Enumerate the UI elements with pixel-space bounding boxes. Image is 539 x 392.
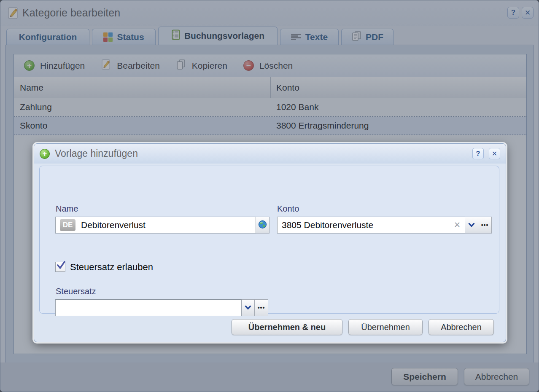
close-icon: ✕	[492, 150, 497, 158]
apply-and-new-button[interactable]: Übernehmen & neu	[232, 319, 342, 335]
apply-button[interactable]: Übernehmen	[348, 319, 423, 335]
konto-browse-button[interactable]: •••	[478, 217, 492, 234]
checkmark-icon	[57, 261, 67, 270]
translate-button[interactable]	[256, 217, 270, 234]
steuersatz-erlauben-checkbox[interactable]	[55, 262, 65, 272]
dialog-cancel-label: Abbrechen	[441, 322, 482, 332]
name-input-value: Debitorenverlust	[81, 220, 146, 230]
steuersatz-dropdown-button[interactable]	[241, 299, 255, 316]
chevron-down-icon	[245, 304, 251, 311]
name-input[interactable]: DE Debitorenverlust	[55, 217, 256, 234]
chevron-down-icon	[468, 221, 475, 229]
help-icon: ?	[476, 150, 480, 158]
dialog-close-button[interactable]: ✕	[489, 148, 500, 159]
dialog-titlebar: + Vorlage hinzufügen ? ✕	[34, 144, 506, 164]
dialog-title: Vorlage hinzufügen	[55, 148, 467, 159]
apply-label: Übernehmen	[361, 322, 410, 332]
ellipsis-icon: •••	[481, 222, 489, 228]
apply-and-new-label: Übernehmen & neu	[248, 322, 326, 332]
konto-combo-input[interactable]: 3805 Debitorenverluste ✕	[277, 217, 465, 234]
dialog-form-panel: Name Konto DE Debitorenverlust	[39, 166, 499, 314]
dialog-footer: Übernehmen & neu Übernehmen Abbrechen	[232, 319, 494, 335]
ellipsis-icon: •••	[258, 305, 265, 311]
globe-icon	[258, 220, 267, 231]
steuersatz-field-label: Steuersatz	[56, 287, 96, 296]
language-badge: DE	[60, 219, 75, 231]
steuersatz-browse-button[interactable]: •••	[254, 299, 268, 316]
name-field-label: Name	[56, 204, 78, 214]
konto-field-label: Konto	[277, 204, 299, 214]
clear-icon[interactable]: ✕	[454, 220, 461, 230]
steuersatz-combo-input[interactable]	[55, 299, 242, 316]
add-template-dialog: + Vorlage hinzufügen ? ✕ Name Konto DE D…	[34, 143, 506, 342]
steuersatz-erlauben-label: Steuersatz erlauben	[70, 262, 153, 273]
konto-input-value: 3805 Debitorenverluste	[282, 220, 373, 230]
konto-dropdown-button[interactable]	[465, 217, 478, 234]
dialog-cancel-button[interactable]: Abbrechen	[429, 319, 494, 335]
dialog-help-button[interactable]: ?	[472, 148, 484, 159]
add-icon: +	[40, 149, 50, 159]
